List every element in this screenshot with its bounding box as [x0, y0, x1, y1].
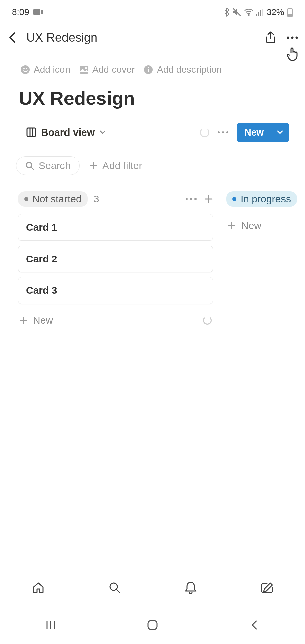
- view-name: Board view: [41, 127, 95, 138]
- add-filter-button[interactable]: Add filter: [88, 157, 144, 175]
- info-icon: [143, 65, 154, 75]
- board-card[interactable]: Card 2: [18, 246, 213, 272]
- svg-rect-5: [260, 10, 261, 16]
- new-button-group: New: [237, 123, 289, 142]
- bottom-nav: [0, 569, 305, 606]
- plus-icon: [228, 222, 236, 230]
- board-column-not-started: Not started 3 Card 1 Card 2 Card 3 New: [18, 191, 213, 332]
- svg-point-33: [194, 198, 197, 200]
- svg-point-25: [222, 131, 224, 133]
- column-count: 3: [94, 193, 99, 205]
- svg-rect-0: [33, 9, 40, 15]
- board-column-in-progress: In progress New: [226, 191, 305, 237]
- svg-rect-16: [80, 66, 88, 74]
- status-chip[interactable]: Not started: [18, 191, 88, 207]
- nav-compose-button[interactable]: [260, 580, 274, 595]
- add-description-button[interactable]: Add description: [143, 64, 222, 75]
- column-new-button[interactable]: New: [226, 214, 305, 237]
- loading-spinner-icon: [200, 128, 209, 137]
- status-time: 8:09: [12, 7, 29, 17]
- image-icon: [79, 65, 89, 75]
- nav-search-button[interactable]: [107, 580, 122, 595]
- header-title: UX Redesign: [26, 31, 97, 45]
- svg-point-15: [26, 68, 27, 69]
- board: Not started 3 Card 1 Card 2 Card 3 New: [0, 175, 305, 332]
- page-title[interactable]: UX Redesign: [0, 80, 305, 112]
- bluetooth-icon: [224, 7, 230, 17]
- svg-point-12: [296, 36, 298, 39]
- status-name: Not started: [32, 193, 82, 205]
- cursor-hand-icon: [286, 46, 302, 62]
- svg-point-31: [186, 198, 188, 200]
- page-options-row: Add icon Add cover Add description: [0, 51, 305, 80]
- new-button-dropdown[interactable]: [271, 123, 289, 142]
- system-nav: [0, 606, 305, 644]
- column-add-button[interactable]: [204, 195, 213, 203]
- svg-rect-9: [288, 14, 292, 16]
- svg-point-40: [110, 583, 117, 590]
- column-header: Not started 3: [18, 191, 213, 207]
- back-button[interactable]: [6, 31, 19, 44]
- svg-rect-3: [256, 14, 257, 16]
- status-name: In progress: [241, 193, 291, 205]
- add-description-label: Add description: [157, 64, 222, 75]
- nav-notifications-button[interactable]: [183, 580, 198, 595]
- column-more-button[interactable]: [185, 198, 197, 200]
- svg-point-11: [291, 36, 294, 39]
- share-button[interactable]: [265, 31, 277, 44]
- loading-spinner-icon: [203, 316, 212, 325]
- add-icon-button[interactable]: Add icon: [20, 64, 70, 75]
- svg-point-32: [190, 198, 192, 200]
- chevron-down-icon: [99, 130, 106, 135]
- svg-rect-21: [27, 128, 36, 136]
- add-filter-label: Add filter: [102, 160, 142, 171]
- status-chip[interactable]: In progress: [226, 191, 297, 207]
- column-new-label: New: [241, 220, 261, 231]
- search-filter-row: Search Add filter: [0, 148, 305, 175]
- mute-vibrate-icon: [232, 8, 241, 16]
- svg-point-17: [85, 67, 87, 69]
- battery-pct: 32%: [267, 7, 284, 17]
- svg-point-14: [23, 68, 25, 69]
- add-cover-button[interactable]: Add cover: [79, 64, 135, 75]
- more-menu-button[interactable]: [286, 36, 298, 39]
- search-button[interactable]: Search: [16, 156, 80, 175]
- svg-point-19: [148, 67, 149, 68]
- view-row: Board view New: [16, 112, 289, 148]
- nav-home-button[interactable]: [31, 580, 46, 595]
- sys-back-button[interactable]: [247, 618, 262, 632]
- sys-recent-button[interactable]: [43, 618, 58, 632]
- svg-point-13: [21, 65, 30, 74]
- svg-line-28: [31, 167, 33, 169]
- view-selector[interactable]: Board view: [26, 127, 106, 138]
- svg-rect-6: [262, 9, 263, 16]
- search-icon: [25, 161, 34, 170]
- signal-icon: [256, 8, 264, 16]
- video-recording-icon: [33, 8, 43, 16]
- sys-home-button[interactable]: [145, 618, 160, 632]
- view-more-button[interactable]: [217, 131, 229, 134]
- board-card[interactable]: Card 3: [18, 277, 213, 304]
- board-card[interactable]: Card 1: [18, 214, 213, 241]
- svg-rect-45: [148, 621, 157, 629]
- add-icon-label: Add icon: [34, 64, 70, 75]
- status-dot-icon: [232, 197, 236, 201]
- app-header: UX Redesign: [0, 24, 305, 51]
- new-button[interactable]: New: [237, 123, 271, 142]
- status-dot-icon: [24, 197, 28, 201]
- column-new-button[interactable]: New: [18, 309, 213, 332]
- svg-rect-8: [289, 8, 291, 9]
- svg-point-24: [218, 131, 220, 133]
- svg-point-2: [248, 15, 249, 16]
- svg-point-10: [287, 36, 289, 39]
- svg-rect-20: [148, 69, 149, 72]
- board-icon: [26, 127, 36, 138]
- svg-point-26: [226, 131, 228, 133]
- add-cover-label: Add cover: [92, 64, 135, 75]
- column-header: In progress: [226, 191, 305, 207]
- search-label: Search: [39, 160, 71, 171]
- column-new-label: New: [33, 315, 53, 326]
- plus-icon: [90, 162, 98, 170]
- status-bar: 8:09 32%: [0, 0, 305, 24]
- svg-rect-4: [258, 12, 259, 16]
